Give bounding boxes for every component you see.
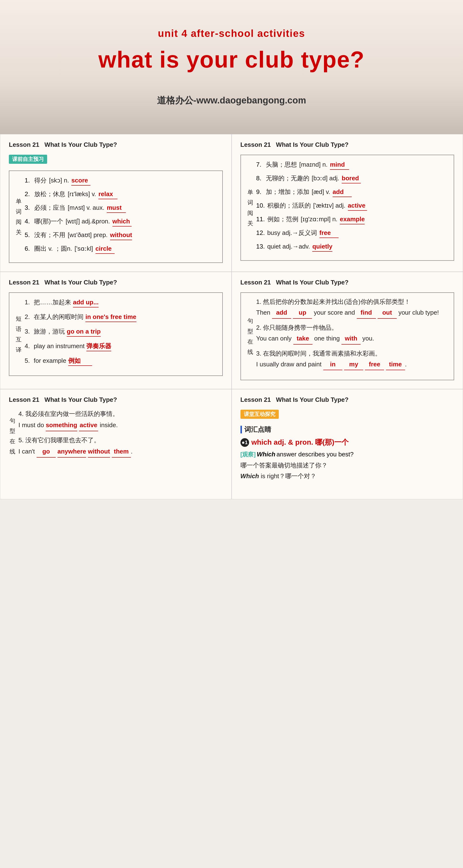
blank-up: up [293,307,312,319]
vocab-item-10: 10. 积极的；活跃的 ['æktɪv] adj. active [256,201,448,211]
vocab-list-left: 1. 得分 [skɔ] n. score 2. 放松；休息 [rɪ'læks] … [25,176,217,258]
blank-go: go [37,446,56,458]
sentence-3: 3. 在我的闲暇时间，我通常画素描和水彩画。 I usually draw an… [256,349,448,370]
vocab-list-right: 7. 头脑；思想 [maɪnd] n. mind 8. 无聊的；无趣的 [bɔː… [256,160,448,255]
sentence-5-zh: 5. 没有它们我哪里也去不了。 [19,436,223,444]
blank-time: time [386,359,405,370]
hero-title: what is your club type? [98,46,365,73]
blank-find: find [357,307,376,319]
hero-subtitle: unit 4 after-school activities [158,28,305,39]
side-label-3: 短语互译 [15,298,25,371]
sentence-list-right: 1. 然后把你的分数加起来并找出(适合)你的俱乐部类型！ Then add up… [256,298,448,375]
card4-header: Lesson 21 What Is Your Club Type? [240,279,454,288]
blank-active: active [79,420,98,431]
observe-zh: 哪一个答案最确切地描述了你？ [240,461,454,470]
phrase-item-3: 3. 旅游，游玩 go on a trip [25,327,217,337]
phrase-item-1: 1. 把……加起来 add up... [25,298,217,307]
sentence-4-zh: 4. 我必须在室内做一些活跃的事情。 [19,410,223,418]
card2-header: Lesson 21 What Is Your Club Type? [240,141,454,150]
sentence-1: 1. 然后把你的分数加起来并找出(适合)你的俱乐部类型！ Then add up… [256,298,448,319]
vocab-item-11: 11. 例如；范例 [ɪg'zɑːmpl] n. example [256,215,448,224]
sentence-2-en: You can only take one thing with you. [256,333,448,345]
side-label-2: 单词阅关 [247,160,256,255]
vocab-box-left: 单词阅关 1. 得分 [skɔ] n. score 2. 放松；休息 [rɪ'l… [9,170,223,263]
vocab-item-1: 1. 得分 [skɔ] n. score [25,176,217,186]
sentence-3-zh: 3. 在我的闲暇时间，我通常画素描和水彩画。 [256,349,448,358]
blank-my: my [344,359,363,370]
observe-block: [观察] Which answer describes you best? [240,451,454,458]
sentence-4: 4. 我必须在室内做一些活跃的事情。 I must do something a… [19,410,223,431]
blank-with: with [341,333,361,345]
vocab-box-right: 单词阅关 7. 头脑；思想 [maɪnd] n. mind 8. 无聊的；无趣的… [240,155,454,261]
vocab-item-5: 5. 没有；不用 [wɪ'ðaʊt] prep. without [25,230,217,240]
card-phrase-left: Lesson 21 What Is Your Club Type? 短语互译 1… [0,272,232,389]
phrase-box: 短语互译 1. 把……加起来 add up... 2. 在某人的闲暇时间 in … [9,292,223,376]
sentence-list-left: 4. 我必须在室内做一些活跃的事情。 I must do something a… [19,410,223,462]
observe-label: [观察] [240,451,256,458]
hero-watermark: 道格办公-www.daogebangong.com [157,94,306,106]
blank-take: take [293,333,312,345]
card-vocab-right: Lesson 21 What Is Your Club Type? 单词阅关 7… [232,134,463,272]
hero-section: unit 4 after-school activities what is y… [0,0,463,134]
card3-header: Lesson 21 What Is Your Club Type? [9,279,223,288]
sentence-box-right: 句型在线 1. 然后把你的分数加起来并找出(适合)你的俱乐部类型！ Then a… [240,292,454,380]
phrase-item-5: 5. for example 例如 [25,356,217,366]
sentence-1-zh: 1. 然后把你的分数加起来并找出(适合)你的俱乐部类型！ [256,298,448,306]
sentence-5: 5. 没有它们我哪里也去不了。 I can't go anywhere with… [19,436,223,458]
vocab-num-circle: ●1 [240,438,249,447]
blank-something: something [46,420,77,431]
phrase-item-2: 2. 在某人的闲暇时间 in one's free time [25,312,217,322]
blank-out: out [377,307,397,319]
card1-header: Lesson 21 What Is Your Club Type? [9,141,223,150]
vocab-item-9: 9. 加；增加；添加 [æd] v. add [256,187,448,197]
vocab-item-8: 8. 无聊的；无趣的 [bɔːd] adj. bored [256,174,448,183]
side-label-5: 句型在线 [9,410,19,462]
blank-in: in [323,359,342,370]
vocab-item-2: 2. 放松；休息 [rɪ'læks] v. relax [25,189,217,199]
line2-rest: is right？哪一个对？ [261,472,317,479]
card-vocabpoint: Lesson 21 What Is Your Club Type? 课堂互动探究… [232,389,463,499]
blue-accent-bar [240,426,242,433]
card-sentence-right: Lesson 21 What Is Your Club Type? 句型在线 1… [232,272,463,389]
sentence-5-en: I can't go anywhere without them. [19,446,223,458]
tag-interact: 课堂互动探究 [240,410,279,419]
vocab-item-6: 6. 圈出 v. ；圆n. ['sɑːkl] circle [25,244,217,254]
lesson-label: Lesson 21 What Is Your Club Type? [9,141,117,148]
phrase-item-4: 4. play an instrument 弹奏乐器 [25,341,217,351]
vocab-item-13: 13. quiet adj.→adv. quietly [256,242,448,252]
blank-without: without [88,446,110,458]
observe-line2: Which is right？哪一个对？ [240,472,454,480]
side-label-4: 句型在线 [247,298,256,375]
which-italic: Which [240,472,259,479]
sentence-side: 句型在线 4. 我必须在室内做一些活跃的事情。 I must do someth… [9,410,223,462]
vocab-point-section: 词汇点睛 ●1 which adj. & pron. 哪(那)一个 [观察] W… [240,425,454,480]
sentence-2: 2. 你只能随身携带一件物品。 You can only take one th… [256,323,448,345]
tag-preview: 课前自主预习 [9,155,47,164]
blank-add: add [272,307,291,319]
card5-header: Lesson 21 What Is Your Club Type? [9,396,223,405]
blank-anywhere: anywhere [58,446,86,458]
card-vocab-left: Lesson 21 What Is Your Club Type? 课前自主预习… [0,134,232,272]
vocab-point-heading: 词汇点睛 [244,425,271,434]
card6-header: Lesson 21 What Is Your Club Type? [240,396,454,405]
blank-them: them [112,446,131,458]
vocab-which-title: which adj. & pron. 哪(那)一个 [252,437,349,447]
vocab-item-4: 4. 哪(那)一个 [wɪtʃ] adj.&pron. which [25,217,217,226]
observe-which: Which [257,451,275,458]
sentence-1-en: Then add up your score and find out your… [256,307,448,319]
blank-free: free [365,359,384,370]
sentence-3-en: I usually draw and paint in my free time… [256,359,448,370]
sentence-2-zh: 2. 你只能随身携带一件物品。 [256,323,448,332]
sentence-4-en: I must do something active inside. [19,420,223,431]
vocab-item-7: 7. 头脑；思想 [maɪnd] n. mind [256,160,448,170]
phrase-list: 1. 把……加起来 add up... 2. 在某人的闲暇时间 in one's… [25,298,217,371]
side-label-1: 单词阅关 [15,176,25,258]
vocab-point-title-row: ●1 which adj. & pron. 哪(那)一个 [240,437,454,447]
observe-rest: answer describes you best? [276,451,354,458]
card-sentence-left: Lesson 21 What Is Your Club Type? 句型在线 4… [0,389,232,499]
vocab-item-3: 3. 必须；应当 [mʌst] v. aux. must [25,203,217,213]
content-grid: Lesson 21 What Is Your Club Type? 课前自主预习… [0,134,463,499]
vocab-item-12: 12. busy adj.→反义词 free [256,228,448,238]
